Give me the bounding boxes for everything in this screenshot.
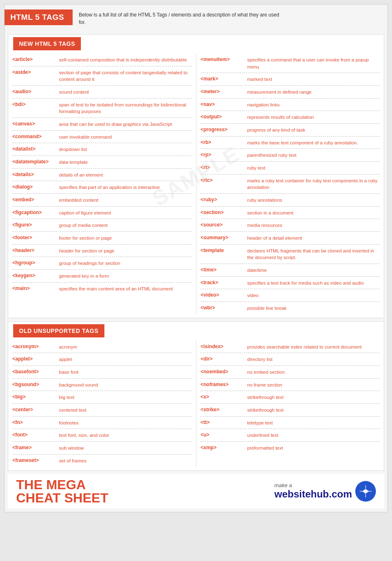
new-tags-grid: <article> self-contained composition tha… [8, 50, 384, 318]
list-item: <rp> parenthesized ruby text [201, 149, 380, 162]
old-tags-right-col: <isindex> provides searchable index rela… [196, 341, 384, 467]
old-tags-left-col: <acronym> acronym <applet> applet <basef… [8, 341, 196, 467]
new-tags-left-col: <article> self-contained composition tha… [8, 54, 196, 314]
list-item: <embed> embedded content [12, 194, 192, 207]
list-item: <audio> sound content [12, 86, 192, 99]
page-subtitle: Below is a full list of all the HTML 5 T… [79, 9, 285, 26]
list-item: <rtc> marks a ruby text container for ru… [201, 174, 380, 194]
new-tags-header: NEW HTML 5 TAGS [13, 37, 81, 50]
websitehub-logo-icon [355, 481, 376, 502]
list-item: <rb> marks the base text component of a … [201, 137, 380, 149]
list-item: <keygen> generated key in a form [12, 270, 192, 283]
footer-brand-left: THE MEGA CHEAT SHEET [16, 478, 108, 504]
page-title: HTML 5 TAGS [10, 13, 64, 21]
list-item: <progress> progress of any kind of task [201, 124, 380, 137]
list-item: <frame> sub window [12, 442, 192, 455]
list-item: <mark> marked text [201, 73, 380, 86]
list-item: <section> section in a document [201, 207, 380, 219]
list-item: <u> underlined text [201, 429, 380, 442]
list-item: <big> big text [12, 391, 192, 404]
list-item: <basefont> base font [12, 366, 192, 379]
list-item: <nav> navigation links [201, 99, 380, 111]
list-item: <fn> footnotes [12, 417, 192, 429]
list-item: <ruby> ruby annotations [201, 194, 380, 207]
list-item: <time> date/time [201, 264, 380, 277]
list-item: <applet> applet [12, 353, 192, 366]
list-item: <tt> teletype text [201, 417, 380, 429]
list-item: <datatemplate> data template [12, 156, 192, 169]
footer-title-line1: THE MEGA [16, 478, 108, 491]
list-item: <s> strikethrough text [201, 391, 380, 404]
list-item: <header> header for section or page [12, 245, 192, 257]
list-item: <datalist> dropdown list [12, 143, 192, 156]
new-tags-right-col: <menuitem> specifies a command that a us… [196, 54, 384, 314]
list-item: <noframes> no frame section [201, 379, 380, 391]
list-item: <menuitem> specifies a command that a us… [201, 54, 380, 73]
list-item: <wbr> possible line break [201, 302, 380, 314]
list-item: <aside> section of page that consists of… [12, 66, 192, 86]
list-item: <figure> group of media content [12, 219, 192, 232]
list-item: <bdi> span of text to be isolated from s… [12, 99, 192, 118]
list-item: <details> details of an element [12, 169, 192, 182]
list-item: <figcaption> caption of figure element [12, 207, 192, 219]
list-item: <isindex> provides searchable index rela… [201, 341, 380, 354]
list-item: <summary> header of a detail element [201, 232, 380, 245]
list-item: <acronym> acronym [12, 341, 192, 354]
footer-title-line2: CHEAT SHEET [16, 491, 108, 504]
old-tags-section: OLD UNSUPPORTED TAGS <acronym> acronym <… [8, 321, 384, 471]
list-item: <font> text font, size, and color [12, 429, 192, 442]
list-item: <center> centered text [12, 404, 192, 417]
list-item: <hgroup> group of headings for section [12, 257, 192, 270]
list-item: <bgsound> background sound [12, 379, 192, 391]
new-tags-section: NEW HTML 5 TAGS <article> self-contained… [8, 34, 384, 318]
list-item: <meter> measurement in defined range [201, 86, 380, 99]
list-item: <dialog> specifies that part of an appli… [12, 181, 192, 194]
list-item: <main> specifies the main content area o… [12, 283, 192, 295]
list-item: <rt> ruby text [201, 162, 380, 174]
footer-brand-name: websitehub.com [274, 488, 352, 500]
footer-make-a-text: make a websitehub.com [274, 482, 352, 500]
list-item: <dir> directory list [201, 353, 380, 366]
list-item: <output> represents results of calculati… [201, 111, 380, 124]
list-item: <video> video [201, 289, 380, 302]
list-item: <article> self-contained composition tha… [12, 54, 192, 66]
list-item: <canvas> area that can be used to draw g… [12, 118, 192, 131]
list-item: <template declares HTML fragments that c… [201, 245, 380, 264]
list-item: <source> media resources [201, 219, 380, 232]
list-item: <frameset> set of frames [12, 455, 192, 467]
list-item: <footer> footer for section or page [12, 232, 192, 245]
footer-brand-right: make a websitehub.com [274, 481, 376, 502]
list-item: <track> specifies a text track for media… [201, 277, 380, 290]
list-item: <strike> strikethrough text [201, 404, 380, 417]
old-tags-grid: <acronym> acronym <applet> applet <basef… [8, 337, 384, 470]
list-item: <xmp> preformatted text [201, 442, 380, 454]
page-footer: THE MEGA CHEAT SHEET make a websitehub.c… [8, 474, 384, 509]
old-tags-header: OLD UNSUPPORTED TAGS [13, 324, 104, 337]
list-item: <noembed> no embed section [201, 366, 380, 379]
list-item: <command> user invokable command [12, 131, 192, 144]
